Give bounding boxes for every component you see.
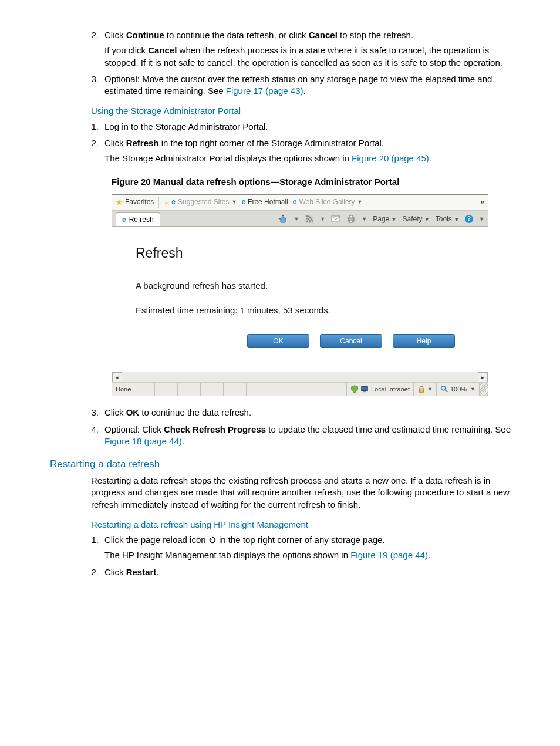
ie-icon: e [241, 197, 245, 207]
menu-safety[interactable]: Safety ▼ [402, 214, 429, 224]
step-2: 2.Click Continue to continue the data re… [94, 29, 525, 69]
page-content: Refresh A background refresh has started… [112, 227, 488, 372]
bold: Continue [126, 30, 164, 40]
svg-line-10 [445, 390, 447, 392]
favorites-label: Favorites [125, 197, 154, 207]
svg-rect-6 [362, 387, 368, 391]
print-icon[interactable] [346, 214, 356, 224]
status-done: Done [112, 383, 155, 396]
menu-page[interactable]: Page ▼ [373, 214, 396, 224]
star-icon: ★ [116, 197, 123, 208]
help-icon[interactable]: ? [465, 215, 473, 223]
svg-rect-5 [349, 220, 353, 222]
home-icon[interactable] [278, 214, 288, 224]
section-body: Restarting a data refresh stops the exis… [91, 475, 525, 511]
figure-link[interactable]: Figure 18 (page 44) [104, 436, 182, 446]
figure-link[interactable]: Figure 17 (page 43) [226, 86, 303, 96]
step-b1: 1.Log in to the Storage Administrator Po… [94, 121, 525, 133]
status-zone: Local intranet [347, 383, 414, 396]
status-line-2: Estimated time remaining: 1 minutes, 53 … [136, 305, 473, 316]
web-slice-gallery[interactable]: e Web Slice Gallery ▼ [293, 197, 363, 207]
text: . [303, 86, 306, 96]
step-d1: 1.Click the page reload icon in the top … [94, 534, 525, 562]
page-heading: Refresh [136, 244, 473, 262]
overflow-chevron-icon[interactable]: » [480, 197, 484, 207]
ok-button[interactable]: OK [247, 334, 309, 348]
tab-refresh[interactable]: e Refresh [116, 212, 160, 226]
figure-link[interactable]: Figure 20 (page 45) [352, 153, 429, 163]
cancel-button[interactable]: Cancel [320, 334, 382, 348]
svg-rect-7 [363, 391, 366, 393]
menu-tools[interactable]: Tools ▼ [436, 214, 459, 224]
text: to stop the refresh. [338, 30, 413, 40]
status-zoom[interactable]: 100% ▼ [437, 383, 480, 396]
feeds-icon[interactable] [305, 214, 314, 224]
section-heading: Using the Storage Administrator Portal [91, 105, 525, 117]
lock-icon [417, 385, 426, 393]
shield-icon [350, 385, 359, 393]
svg-point-9 [441, 386, 446, 390]
scroll-left-icon[interactable]: ◂ [112, 372, 122, 382]
step-c3: 3.Click OK to continue the data refresh. [94, 407, 525, 418]
text: Click [104, 30, 126, 40]
suggested-sites[interactable]: ✩ e Suggested Sites ▼ [164, 197, 237, 207]
mail-icon[interactable] [331, 214, 340, 224]
figure-caption: Figure 20 Manual data refresh options—St… [112, 176, 525, 188]
step-d1-para: The HP Insight Management tab displays t… [104, 549, 525, 561]
status-bar: Done Local intranet ▼ 100% ▼ [112, 382, 488, 396]
step-b2-para: The Storage Administrator Portal display… [104, 153, 525, 164]
status-line-1: A background refresh has started. [136, 280, 473, 292]
star-icon: ✩ [164, 198, 169, 207]
tab-toolbar: e Refresh ▼ ▼ ▼ Page ▼ Safety ▼ Tools ▼ … [112, 211, 488, 227]
ie-icon: e [293, 197, 297, 207]
svg-rect-4 [349, 215, 353, 218]
step-3: 3.Optional: Move the cursor over the ref… [94, 73, 525, 97]
ie-icon: e [171, 197, 176, 207]
figure-link[interactable]: Figure 19 (page 44) [350, 550, 428, 560]
resize-grip-icon[interactable] [480, 383, 488, 396]
scroll-right-icon[interactable]: ▸ [478, 372, 488, 382]
horizontal-scrollbar[interactable]: ◂ ▸ [112, 372, 488, 382]
step-c4: 4.Optional: Click Check Refresh Progress… [94, 424, 525, 448]
screenshot: ★ Favorites ✩ e Suggested Sites ▼ e Free… [112, 194, 488, 397]
text: to continue the data refresh, or click [164, 30, 309, 40]
svg-point-1 [306, 221, 308, 222]
reload-icon [208, 536, 217, 544]
bold: Cancel [309, 30, 338, 40]
ie-icon: e [122, 215, 126, 224]
step-d2: 2.Click Restart. [94, 566, 525, 578]
help-button[interactable]: Help [393, 334, 455, 348]
step-2-para: If you click Cancel when the refresh pro… [104, 45, 525, 69]
step-b2: 2.Click Refresh in the top right corner … [94, 137, 525, 165]
svg-rect-8 [420, 389, 424, 393]
monitor-icon [360, 385, 369, 393]
protected-mode[interactable]: ▼ [414, 383, 437, 396]
section-heading: Restarting a data refresh using HP Insig… [91, 519, 525, 531]
free-hotmail[interactable]: e Free Hotmail [241, 197, 288, 207]
section-heading: Restarting a data refresh [50, 458, 525, 471]
favorites-bar: ★ Favorites ✩ e Suggested Sites ▼ e Free… [112, 195, 488, 211]
magnifier-icon [440, 385, 448, 393]
